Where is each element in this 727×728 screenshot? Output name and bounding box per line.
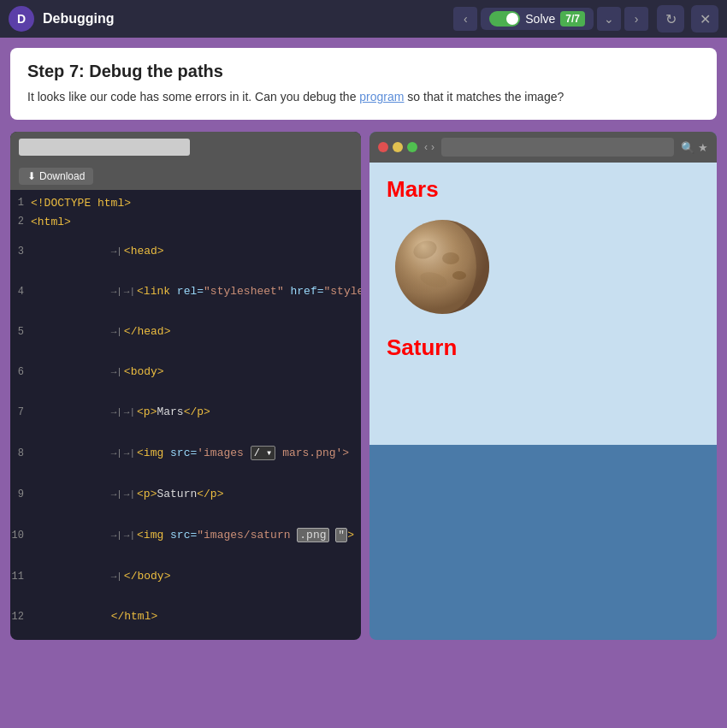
line-num-3: 3: [10, 246, 31, 257]
line-content-2: <html>: [31, 216, 71, 228]
code-panel: ⬇ Download 1 <!DOCTYPE html> 2 <html> 3: [10, 132, 361, 640]
dropdown-arrow[interactable]: ⌄: [597, 7, 621, 31]
line-num-1: 1: [10, 197, 31, 209]
dot-red: [378, 142, 388, 152]
step-card: Step 7: Debug the paths It looks like ou…: [10, 48, 717, 120]
download-label: Download: [39, 170, 85, 182]
download-icon: ⬇: [27, 170, 36, 182]
close-button[interactable]: ✕: [691, 5, 718, 33]
main-content: Step 7: Debug the paths It looks like ou…: [0, 38, 727, 650]
step-description: It looks like our code has some errors i…: [27, 88, 700, 106]
line-content-1: <!DOCTYPE html>: [31, 197, 131, 210]
code-line-12: 12 </html>: [10, 596, 361, 636]
next-button[interactable]: ›: [624, 7, 648, 31]
panels: ⬇ Download 1 <!DOCTYPE html> 2 <html> 3: [10, 132, 717, 640]
code-line-1: 1 <!DOCTYPE html>: [10, 193, 361, 212]
code-line-11: 11 →|</body>: [10, 556, 361, 596]
saturn-label: Saturn: [387, 334, 700, 361]
code-line-7: 7 →|→|<p>Mars</p>: [10, 392, 361, 432]
topbar: D Debugging ‹ Solve 7/7 ⌄ › ↻ ✕: [0, 0, 727, 38]
download-bar: ⬇ Download: [10, 163, 361, 190]
browser-panel: ‹ › 🔍 ★ Mars: [369, 132, 717, 640]
line-num-11: 11: [10, 571, 31, 583]
mars-planet-svg: [387, 211, 498, 323]
code-panel-header: [10, 132, 361, 163]
quote-highlight[interactable]: ": [335, 528, 347, 542]
code-area: 1 <!DOCTYPE html> 2 <html> 3 →|<head>: [10, 190, 361, 640]
app-logo: D: [9, 6, 34, 32]
mars-image: [387, 211, 700, 326]
step-desc-part2: so that it matches the image?: [404, 90, 564, 104]
line-content-7: →|→|<p>Mars</p>: [31, 393, 210, 431]
nav-controls: ‹ Solve 7/7 ⌄ ›: [453, 7, 648, 31]
browser-dots: [378, 142, 417, 152]
logo-icon: D: [17, 12, 26, 26]
prev-button[interactable]: ‹: [453, 7, 477, 31]
png-highlight[interactable]: .png: [297, 528, 328, 542]
line-num-6: 6: [10, 366, 31, 378]
code-line-8: 8 →|→|<img src='images / ▾ mars.png'>: [10, 432, 361, 474]
code-header-bar: [19, 139, 190, 156]
line-num-2: 2: [10, 216, 31, 228]
solve-toggle[interactable]: [489, 11, 520, 27]
browser-nav-arrows: ‹ ›: [424, 141, 434, 153]
line-content-9: →|→|<p>Saturn</p>: [31, 475, 223, 513]
line-content-5: →|</head>: [31, 312, 170, 351]
code-line-2: 2 <html>: [10, 212, 361, 231]
line-content-11: →|</body>: [31, 557, 170, 595]
line-content-4: →|→|<link rel="stylesheet" href="styles.…: [31, 272, 361, 311]
path-dropdown[interactable]: / ▾: [251, 446, 276, 460]
refresh-button[interactable]: ↻: [657, 5, 684, 33]
dot-yellow: [393, 142, 403, 152]
browser-back-arrow[interactable]: ‹: [424, 141, 428, 153]
code-line-5: 5 →|</head>: [10, 311, 361, 352]
line-content-8: →|→|<img src='images / ▾ mars.png'>: [31, 433, 349, 473]
solve-badge: Solve 7/7: [481, 8, 594, 30]
code-line-4: 4 →|→|<link rel="stylesheet" href="style…: [10, 271, 361, 311]
line-num-12: 12: [10, 611, 31, 623]
mars-label: Mars: [387, 176, 700, 203]
dot-green: [407, 142, 417, 152]
topbar-right: ↻ ✕: [657, 5, 718, 33]
line-num-7: 7: [10, 406, 31, 418]
download-button[interactable]: ⬇ Download: [19, 168, 93, 185]
browser-forward-arrow[interactable]: ›: [431, 141, 434, 153]
line-content-12: </html>: [31, 597, 157, 636]
step-title: Step 7: Debug the paths: [27, 62, 700, 81]
program-link[interactable]: program: [359, 90, 404, 104]
line-content-6: →|<body>: [31, 352, 164, 391]
line-content-10: →|→|<img src="images/saturn .png ">: [31, 515, 354, 555]
progress-badge: 7/7: [560, 11, 585, 27]
app-title: Debugging: [43, 11, 445, 27]
browser-search-icon[interactable]: 🔍 ★: [681, 141, 708, 154]
code-line-3: 3 →|<head>: [10, 231, 361, 271]
line-num-9: 9: [10, 488, 31, 500]
line-content-3: →|<head>: [31, 232, 164, 270]
line-num-5: 5: [10, 326, 31, 338]
code-line-9: 9 →|→|<p>Saturn</p>: [10, 474, 361, 514]
line-num-10: 10: [10, 530, 31, 542]
line-num-8: 8: [10, 447, 31, 459]
solve-label: Solve: [525, 12, 555, 26]
code-line-6: 6 →|<body>: [10, 352, 361, 392]
code-line-10: 10 →|→|<img src="images/saturn .png ">: [10, 514, 361, 556]
browser-toolbar: ‹ › 🔍 ★: [369, 132, 717, 163]
step-desc-part1: It looks like our code has some errors i…: [27, 90, 359, 104]
line-num-4: 4: [10, 286, 31, 298]
browser-url-bar[interactable]: [441, 138, 674, 157]
browser-content: Mars: [369, 163, 717, 445]
